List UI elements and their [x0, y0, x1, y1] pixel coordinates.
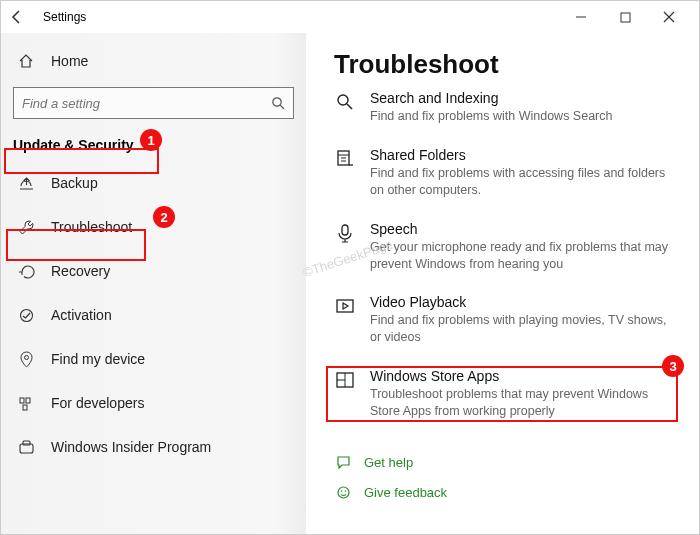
svg-rect-7 [26, 398, 30, 403]
main-panel: Troubleshoot Search and Indexing Find an… [306, 33, 699, 534]
activation-icon [17, 307, 35, 324]
minimize-button[interactable] [559, 1, 603, 33]
search-icon [271, 96, 285, 110]
sidebar-item-for-developers[interactable]: For developers [1, 381, 306, 425]
troubleshoot-item-desc: Get your microphone ready and fix proble… [370, 239, 679, 273]
sidebar-item-label: Troubleshoot [51, 219, 132, 235]
svg-point-23 [338, 487, 349, 498]
give-feedback-label: Give feedback [364, 485, 447, 500]
troubleshoot-item-windows-store-apps[interactable]: Windows Store Apps Troubleshoot problems… [334, 360, 679, 434]
location-icon [17, 351, 35, 368]
search-input[interactable] [22, 96, 271, 111]
svg-point-4 [20, 309, 32, 321]
titlebar: Settings [1, 1, 699, 33]
feedback-icon [334, 485, 352, 500]
troubleshoot-item-title: Windows Store Apps [370, 368, 679, 384]
sidebar-item-recovery[interactable]: Recovery [1, 249, 306, 293]
troubleshoot-item-title: Video Playback [370, 294, 679, 310]
help-links: Get help Give feedback [334, 448, 679, 508]
sidebar-item-label: Windows Insider Program [51, 439, 211, 455]
sidebar-item-insider[interactable]: Windows Insider Program [1, 425, 306, 469]
svg-point-2 [273, 98, 281, 106]
troubleshoot-item-desc: Find and fix problems with playing movie… [370, 312, 679, 346]
svg-point-25 [344, 491, 346, 493]
svg-rect-1 [621, 13, 630, 22]
backup-icon [17, 175, 35, 192]
troubleshoot-item-title: Shared Folders [370, 147, 679, 163]
search-box[interactable] [13, 87, 294, 119]
troubleshoot-item-video-playback[interactable]: Video Playback Find and fix problems wit… [334, 286, 679, 360]
sidebar-item-label: Find my device [51, 351, 145, 367]
shared-folders-icon [334, 147, 356, 199]
sidebar-item-label: Recovery [51, 263, 110, 279]
svg-line-3 [280, 105, 284, 109]
sidebar: Home Update & Security Backup Troublesho… [1, 33, 306, 534]
home-icon [17, 53, 35, 69]
window-title: Settings [43, 10, 86, 24]
page-title: Troubleshoot [334, 49, 679, 80]
get-help-label: Get help [364, 455, 413, 470]
sidebar-item-label: For developers [51, 395, 144, 411]
svg-point-5 [24, 355, 28, 359]
troubleshoot-item-shared-folders[interactable]: Shared Folders Find and fix problems wit… [334, 139, 679, 213]
wrench-icon [17, 219, 35, 236]
developers-icon [17, 395, 35, 412]
troubleshoot-item-title: Speech [370, 221, 679, 237]
back-button[interactable] [9, 9, 37, 25]
video-icon [334, 294, 356, 346]
sidebar-item-activation[interactable]: Activation [1, 293, 306, 337]
troubleshoot-item-desc: Find and fix problems with Windows Searc… [370, 108, 679, 125]
sidebar-item-label: Activation [51, 307, 112, 323]
sidebar-section-header[interactable]: Update & Security [1, 129, 306, 161]
svg-point-24 [340, 491, 342, 493]
svg-line-12 [347, 104, 352, 109]
search-indexing-icon [334, 90, 356, 125]
sidebar-home[interactable]: Home [1, 41, 306, 81]
maximize-button[interactable] [603, 1, 647, 33]
troubleshoot-item-desc: Troubleshoot problems that may prevent W… [370, 386, 679, 420]
troubleshoot-item-speech[interactable]: Speech Get your microphone ready and fix… [334, 213, 679, 287]
troubleshoot-item-title: Search and Indexing [370, 90, 679, 106]
troubleshoot-item-search-indexing[interactable]: Search and Indexing Find and fix problem… [334, 90, 679, 139]
sidebar-item-backup[interactable]: Backup [1, 161, 306, 205]
troubleshoot-item-desc: Find and fix problems with accessing fil… [370, 165, 679, 199]
svg-rect-19 [337, 300, 353, 312]
insider-icon [17, 439, 35, 456]
sidebar-home-label: Home [51, 53, 88, 69]
svg-rect-18 [342, 225, 348, 235]
recovery-icon [17, 263, 35, 280]
sidebar-item-find-my-device[interactable]: Find my device [1, 337, 306, 381]
sidebar-item-label: Backup [51, 175, 98, 191]
close-button[interactable] [647, 1, 691, 33]
give-feedback-link[interactable]: Give feedback [334, 478, 679, 508]
get-help-link[interactable]: Get help [334, 448, 679, 478]
sidebar-item-troubleshoot[interactable]: Troubleshoot [1, 205, 306, 249]
svg-rect-6 [20, 398, 24, 403]
svg-rect-8 [23, 405, 27, 410]
chat-icon [334, 455, 352, 470]
svg-point-11 [338, 95, 348, 105]
microphone-icon [334, 221, 356, 273]
store-apps-icon [334, 368, 356, 420]
